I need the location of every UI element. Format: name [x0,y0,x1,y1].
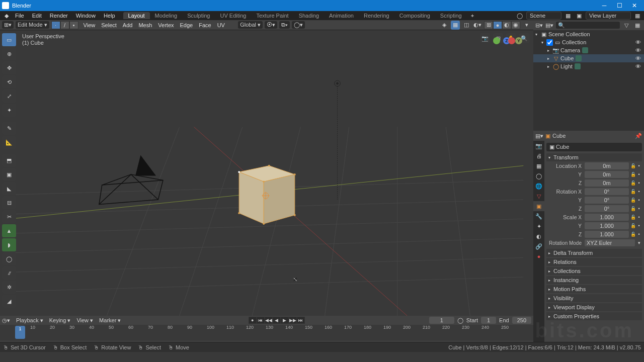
camera-view-button[interactable]: 📷 [480,33,490,43]
panel-visibility[interactable]: ▸Visibility [546,294,642,302]
transform-panel-header[interactable]: ▾Transform [546,153,642,161]
extrude-tool[interactable]: ⬒ [2,154,16,167]
visibility-toggle[interactable]: 👁 [635,63,641,69]
lock-icon[interactable]: 🔓 [630,215,636,220]
tl-menu-view[interactable]: View ▾ [73,317,96,323]
loopcut-tool[interactable]: ⊟ [2,196,16,209]
timeline-editor-button[interactable]: ◷▾ [2,317,10,324]
vp-menu-mesh[interactable]: Mesh [135,22,155,28]
constraint-tab[interactable]: 🔗 [533,241,544,251]
new-collection-button[interactable]: ▦ [633,21,642,30]
knife-tool[interactable]: ✂ [2,210,16,223]
lookdev-shading[interactable]: ◐ [502,21,511,29]
new-viewlayer-button[interactable]: ▦ [633,11,642,20]
wireframe-shading[interactable]: ⊞ [484,21,493,29]
maximize-button[interactable]: ☐ [612,0,627,11]
rotate-tool[interactable]: ⟲ [2,75,16,88]
snap-button[interactable]: ⧉▾ [279,21,290,29]
scale-y-field[interactable]: 1.000 [585,222,629,229]
physics-tab[interactable]: ◐ [533,231,544,241]
panel-delta-transform[interactable]: ▸Delta Transform [546,249,642,257]
pivot-button[interactable]: ⦿▾ [265,21,277,29]
modifier-tab[interactable]: 🔧 [533,211,544,221]
autokey-popover[interactable]: ◯ [457,317,463,324]
lock-icon[interactable]: 🔓 [630,189,636,194]
vp-menu-face[interactable]: Face [196,22,214,28]
workspace-tab-rendering[interactable]: Rendering [359,12,394,19]
axis-x[interactable] [508,37,515,44]
rot-y-field[interactable]: 0° [585,197,629,204]
vertex-select-button[interactable]: · [51,21,60,29]
scale-x-field[interactable]: 1.000 [585,214,629,221]
current-frame-field[interactable]: 1 [429,317,454,324]
rip-tool[interactable]: ◢ [2,295,16,308]
timeline-ruler[interactable]: 1 10203040506070809010011012013014015016… [0,325,533,341]
select-box-tool[interactable]: ▭ [2,33,16,46]
object-name-field[interactable]: ▣ Cube [546,143,642,151]
render-tab[interactable]: 📷 [533,141,544,151]
shrink-tool[interactable]: ✲ [2,281,16,294]
cursor-tool[interactable]: ⊕ [2,47,16,60]
measure-tool[interactable]: 📐 [2,136,16,149]
panel-motion-paths[interactable]: ▸Motion Paths [546,285,642,293]
axis-y-pos[interactable]: Y [515,37,522,44]
mode-selector[interactable]: Edit Mode ▾ [16,21,49,29]
inset-tool[interactable]: ▣ [2,168,16,181]
output-tab[interactable]: 🖨 [533,151,544,161]
menu-file[interactable]: File [11,13,28,19]
vp-menu-select[interactable]: Select [98,22,120,28]
rendered-shading[interactable]: ◉ [511,21,520,29]
add-workspace-button[interactable]: + [467,13,478,19]
menu-edit[interactable]: Edit [28,13,46,19]
particle-tab[interactable]: ✦ [533,221,544,231]
scene-tab[interactable]: ◯ [533,171,544,181]
lock-icon[interactable]: 🔓 [630,172,636,177]
lock-icon[interactable]: 🔓 [630,232,636,237]
pin-button[interactable]: 📌 [635,133,642,139]
proportional-button[interactable]: ◯▾ [292,21,305,29]
workspace-tab-uv-editing[interactable]: UV Editing [215,12,251,19]
outliner-item-light[interactable]: ▸ ◯ Light 👁 [533,62,644,70]
move-tool[interactable]: ✥ [2,61,16,74]
start-frame-field[interactable]: 1 [481,317,496,324]
bevel-tool[interactable]: ◣ [2,182,16,195]
material-tab[interactable]: ● [533,251,544,261]
solid-shading[interactable]: ● [493,21,502,29]
spin-tool[interactable]: ◗ [2,238,16,251]
playhead[interactable]: 1 [15,326,25,339]
workspace-tab-sculpting[interactable]: Sculpting [182,12,215,19]
menu-help[interactable]: Help [100,13,119,19]
face-select-button[interactable]: ▪ [69,21,78,29]
filter-button[interactable]: ▽ [622,21,631,30]
polybuild-tool[interactable]: ▲ [2,224,16,237]
object-tab[interactable]: ▣ [533,201,544,211]
workspace-tab-texture-paint[interactable]: Texture Paint [251,12,293,19]
loc-y-field[interactable]: 0m [585,171,629,178]
edge-select-button[interactable]: / [60,21,69,29]
scene-collection-row[interactable]: ▾▣ Scene Collection [533,30,644,38]
outliner[interactable]: ▾▣ Scene Collection ▾ ▭ Collection 👁 ▸ 📷… [533,30,644,131]
scene-field[interactable]: Scene [526,12,561,20]
lock-icon[interactable]: 🔓 [630,223,636,228]
rot-z-field[interactable]: 0° [585,205,629,212]
xray-button[interactable]: ◫ [462,21,471,30]
end-frame-field[interactable]: 250 [512,317,531,324]
display-mode-button[interactable]: ▤▾ [545,21,554,30]
edgeslide-tool[interactable]: ⫽ [2,266,16,280]
collection-checkbox[interactable] [546,39,553,46]
close-button[interactable]: ✕ [627,0,642,11]
vp-menu-view[interactable]: View [80,22,99,28]
panel-relations[interactable]: ▸Relations [546,258,642,266]
panel-collections[interactable]: ▸Collections [546,267,642,275]
transform-tool[interactable]: ✦ [2,104,16,117]
jump-start-button[interactable]: ⏮ [257,317,265,324]
orientation-selector[interactable]: Global ▾ [238,21,263,29]
axis-y[interactable] [493,37,500,44]
editor-type-button[interactable]: ⊞▾ [2,21,14,29]
workspace-tab-scripting[interactable]: Scripting [435,12,467,19]
panel-viewport-display[interactable]: ▸Viewport Display [546,303,642,311]
outliner-item-camera[interactable]: ▸ 📷 Camera 👁 [533,46,644,54]
lock-icon[interactable]: 🔓 [630,198,636,203]
visibility-toggle[interactable]: 👁 [635,55,641,61]
properties-editor-button[interactable]: ▤▾ [535,133,543,139]
